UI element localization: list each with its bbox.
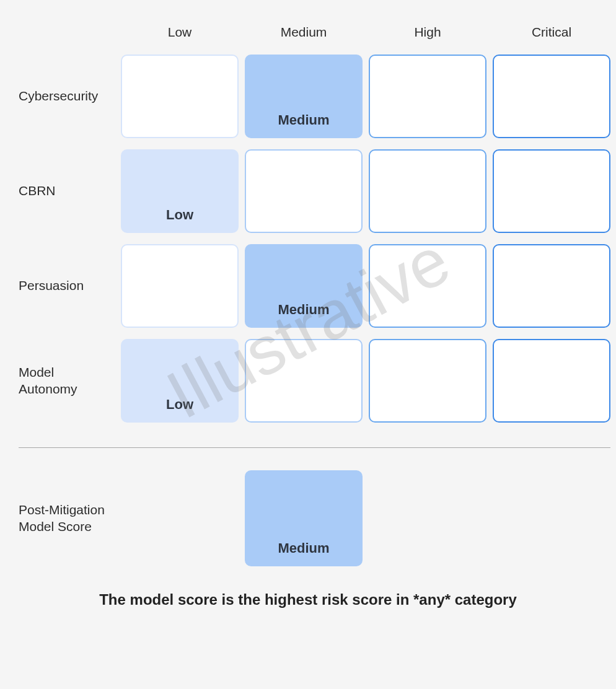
cell-cbrn-medium [245,149,363,233]
risk-grid: Low Medium High Critical Cybersecurity M… [19,25,597,566]
cell-cbrn-low: Low [121,149,239,233]
row-label-cbrn: CBRN [19,149,115,233]
cell-cbrn-critical [493,149,610,233]
cell-cybersecurity-high [369,55,486,138]
cell-label: Medium [278,112,329,128]
footer-note: The model score is the highest risk scor… [19,591,597,608]
cell-persuasion-critical [493,244,610,328]
result-spacer-high [369,470,486,566]
cell-persuasion-high [369,244,486,328]
cell-model-autonomy-low: Low [121,339,239,423]
cell-cybersecurity-critical [493,55,610,138]
result-spacer-low [121,470,239,566]
col-header-critical: Critical [493,25,610,43]
cell-label: Low [166,207,193,223]
cell-cybersecurity-medium: Medium [245,55,363,138]
row-label-persuasion: Persuasion [19,244,115,328]
col-header-high: High [369,25,486,43]
col-header-low: Low [121,25,239,43]
row-label-cybersecurity: Cybersecurity [19,55,115,138]
cell-cybersecurity-low [121,55,239,138]
cell-model-autonomy-medium [245,339,363,423]
cell-persuasion-medium: Medium [245,244,363,328]
separator [19,447,610,448]
col-header-medium: Medium [245,25,363,43]
cell-label: Medium [278,540,329,556]
cell-model-autonomy-high [369,339,486,423]
cell-label: Medium [278,302,329,318]
cell-persuasion-low [121,244,239,328]
cell-model-autonomy-critical [493,339,610,423]
cell-label: Low [166,397,193,413]
grid-corner-spacer [19,25,115,43]
cell-result-medium: Medium [245,470,363,566]
row-label-result: Post-Mitigation Model Score [19,470,115,566]
row-label-model-autonomy: Model Autonomy [19,339,115,423]
cell-cbrn-high [369,149,486,233]
result-spacer-critical [493,470,610,566]
